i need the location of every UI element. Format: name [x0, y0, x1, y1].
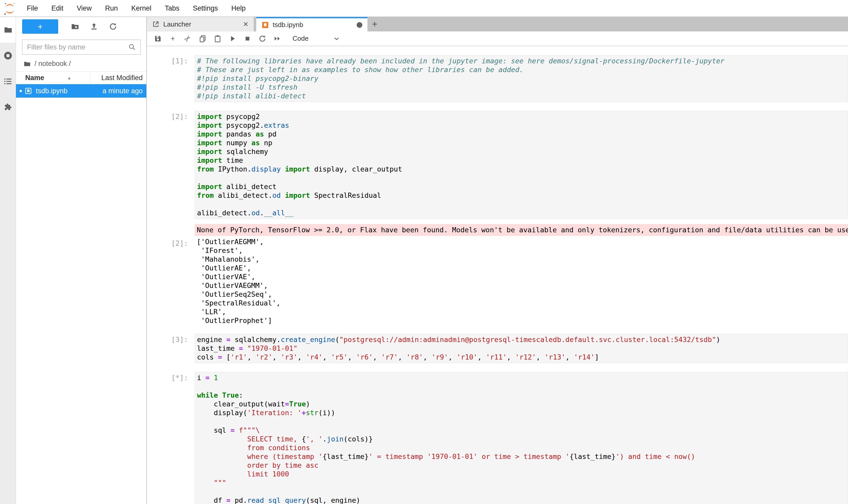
file-browser-toolbar: + — [16, 17, 146, 34]
code-line: i = 1 — [197, 374, 848, 382]
cell-prompt: [1]: — [147, 55, 195, 102]
puzzle-icon — [3, 103, 13, 112]
code-line: while True: — [197, 391, 848, 400]
save-icon — [154, 35, 162, 43]
notebook-scroll-area[interactable]: [1]:# The following libraries have alrea… — [147, 46, 848, 504]
code-line — [197, 200, 848, 209]
file-filter-input[interactable] — [22, 40, 141, 55]
code-line: clear_output(wait=True) — [197, 400, 848, 409]
column-header-last-modified[interactable]: Last Modified — [90, 74, 146, 82]
upload-icon — [90, 22, 98, 31]
menu-run[interactable]: Run — [98, 0, 125, 17]
code-line: df = pd.read_sql_query(sql, engine) — [197, 496, 848, 504]
tab-tsdb-ipynb[interactable]: tsdb.ipynb — [256, 17, 367, 32]
dirty-indicator-icon[interactable] — [357, 22, 362, 28]
insert-cell-button[interactable]: + — [165, 32, 180, 46]
code-line — [197, 174, 848, 182]
cut-cells-button[interactable]: ✂ — [180, 32, 195, 46]
code-line: limit 1000 — [197, 470, 848, 479]
cell-type-dropdown-arrow[interactable] — [329, 32, 344, 46]
column-header-name[interactable]: Name ▲ — [16, 72, 90, 84]
refresh-file-list-button[interactable] — [104, 19, 123, 34]
copy-cells-button[interactable] — [195, 32, 210, 46]
cell-prompt: [2]: — [147, 111, 195, 219]
new-tab-button[interactable]: + — [367, 17, 382, 32]
jupyterlab-window: File Edit View Run Kernel Tabs Settings … — [0, 0, 848, 504]
code-editor[interactable]: engine = sqlalchemy.create_engine("postg… — [195, 334, 848, 363]
file-row-tsdb-ipynb[interactable]: tsdb.ipynb a minute ago — [16, 84, 146, 97]
new-folder-button[interactable] — [66, 19, 85, 34]
save-button[interactable] — [150, 32, 165, 46]
run-cell-button[interactable] — [225, 32, 240, 46]
cell-prompt: [*]: — [147, 372, 195, 504]
code-line: where (timestamp '{last_time}' = timesta… — [197, 452, 848, 461]
code-line — [197, 487, 848, 496]
close-tab-icon[interactable]: ✕ — [243, 20, 249, 28]
menu-view[interactable]: View — [70, 0, 98, 17]
file-list-header: Name ▲ Last Modified — [16, 71, 146, 84]
tab-label: tsdb.ipynb — [273, 21, 303, 29]
code-line: #!pip install psycopg2-binary — [197, 74, 848, 83]
breadcrumb-path: / notebook / — [35, 60, 71, 68]
code-cell: [1]:# The following libraries have alrea… — [147, 55, 848, 102]
list-icon — [3, 77, 13, 86]
sidebar-tab-extensions[interactable] — [0, 94, 16, 120]
menu-file[interactable]: File — [20, 0, 45, 17]
code-line: SELECT time, {', '.join(cols)} — [197, 435, 848, 444]
code-line: from IPython.display import display, cle… — [197, 165, 848, 174]
code-line: 'LLR', — [197, 307, 848, 316]
tab-bar: Launcher ✕ tsdb.ipynb + — [147, 17, 848, 32]
code-line: from alibi_detect.od import SpectralResi… — [197, 191, 848, 200]
code-editor[interactable]: # The following libraries have already b… — [195, 55, 848, 102]
menu-kernel[interactable]: Kernel — [125, 0, 158, 17]
restart-run-all-button[interactable] — [270, 32, 285, 46]
fast-forward-icon — [273, 35, 282, 43]
copy-icon — [199, 35, 207, 43]
code-line: 'OutlierVAE', — [197, 272, 848, 281]
menu-tabs[interactable]: Tabs — [158, 0, 186, 17]
restart-kernel-button[interactable] — [255, 32, 270, 46]
cell-type-dropdown[interactable]: Code — [292, 35, 308, 42]
run-icon — [229, 35, 237, 43]
chevron-down-icon — [332, 35, 341, 43]
code-line: None of PyTorch, TensorFlow >= 2.0, or F… — [197, 226, 848, 234]
sidebar-tab-table-of-contents[interactable] — [0, 69, 16, 94]
paste-cells-button[interactable] — [210, 32, 225, 46]
file-browser-panel: + / notebook / Na — [16, 17, 147, 504]
menu-help[interactable]: Help — [224, 0, 252, 17]
menu-edit[interactable]: Edit — [45, 0, 70, 17]
sidebar-tab-file-browser[interactable] — [0, 17, 16, 43]
code-editor[interactable]: i = 1 while True: clear_output(wait=True… — [195, 372, 848, 504]
code-editor[interactable]: import psycopg2import psycopg2.extrasimp… — [195, 111, 848, 219]
sort-caret-icon: ▲ — [68, 76, 71, 80]
code-line: import psycopg2.extras — [197, 121, 848, 130]
code-line: alibi_detect.od.__all__ — [197, 209, 848, 217]
sidebar-tab-running-kernels[interactable] — [0, 43, 16, 69]
activity-bar — [0, 17, 16, 504]
cell-output: [2]:['OutlierAEGMM', 'IForest', 'Mahalan… — [147, 237, 848, 325]
code-line: import time — [197, 156, 848, 165]
notebook-toolbar: + ✂ Code — [147, 32, 848, 46]
breadcrumb[interactable]: / notebook / — [23, 60, 146, 68]
code-line: 'IForest', — [197, 246, 848, 255]
file-last-modified: a minute ago — [103, 87, 146, 95]
code-line: engine = sqlalchemy.create_engine("postg… — [197, 335, 848, 344]
stderr-output: None of PyTorch, TensorFlow >= 2.0, or F… — [147, 224, 848, 236]
upload-button[interactable] — [85, 19, 104, 34]
new-launcher-button[interactable]: + — [22, 19, 58, 34]
file-name: tsdb.ipynb — [36, 87, 103, 95]
code-line: 'SpectralResidual', — [197, 299, 848, 307]
stop-icon — [243, 35, 252, 43]
tab-launcher[interactable]: Launcher ✕ — [147, 17, 254, 32]
code-line: display('Iteration: '+str(i)) — [197, 409, 848, 417]
home-folder-icon — [23, 60, 31, 68]
code-line: 'Mahalanobis', — [197, 255, 848, 264]
output-text: ['OutlierAEGMM', 'IForest', 'Mahalanobis… — [195, 237, 848, 325]
code-line: import numpy as np — [197, 139, 848, 147]
plus-icon: + — [170, 34, 175, 43]
interrupt-kernel-button[interactable] — [240, 32, 255, 46]
menu-settings[interactable]: Settings — [186, 0, 225, 17]
output-text: None of PyTorch, TensorFlow >= 2.0, or F… — [195, 224, 848, 236]
code-line: import alibi_detect — [197, 182, 848, 191]
paste-icon — [214, 35, 222, 43]
